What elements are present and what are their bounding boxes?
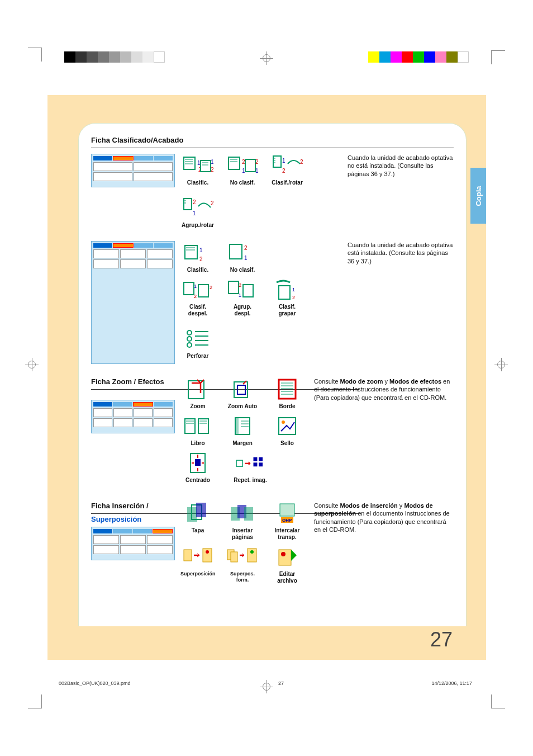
svg-text:2: 2 <box>282 168 285 174</box>
svg-rect-9 <box>245 159 255 172</box>
svg-rect-3 <box>201 160 211 172</box>
cover-icon <box>182 502 214 525</box>
option-label: No clasif. <box>225 179 260 186</box>
svg-point-73 <box>250 550 254 554</box>
section-zoom: Ficha Zoom / Efectos <box>79 370 466 494</box>
svg-text:2: 2 <box>239 282 241 288</box>
footer-date: 14/12/2006, 11:17 <box>431 681 472 686</box>
option-label: Borde <box>270 403 304 410</box>
svg-rect-16 <box>184 199 192 210</box>
option-label: Perforar <box>180 353 215 360</box>
sort-rotate-icon: 122 <box>271 154 303 177</box>
miniscreen-clasificado-a <box>91 154 175 187</box>
svg-rect-57 <box>259 462 263 466</box>
option-label: Centrado <box>180 477 215 484</box>
option-label: Superpos. form. <box>225 571 260 583</box>
svg-point-39 <box>187 337 192 341</box>
option-repeat-image: Repet. imag. <box>225 451 275 484</box>
option-label: Clasific. <box>180 267 215 273</box>
option-clasif-rotar: 122 Clasif./rotar <box>270 154 304 186</box>
option-noclasif2: 21 No clasif. <box>225 241 260 273</box>
option-insertar-paginas: Insertar páginas <box>225 502 260 541</box>
section-clasificado: Ficha Clasificado/Acabado <box>79 124 466 370</box>
option-clasific: 1212 Clasific. <box>180 154 215 186</box>
svg-text:1: 1 <box>282 158 285 164</box>
svg-rect-48 <box>235 418 239 434</box>
option-tapa: Tapa <box>180 502 215 541</box>
edit-file-icon <box>271 545 303 569</box>
section-tab: Copia <box>470 168 486 224</box>
svg-rect-53 <box>236 460 242 466</box>
svg-text:1: 1 <box>292 287 295 292</box>
miniscreen-clasificado-b <box>91 241 175 364</box>
option-sello: Sello <box>270 414 304 447</box>
margin-icon <box>226 414 259 438</box>
svg-text:2: 2 <box>211 167 214 173</box>
registration-top-icon <box>260 51 273 65</box>
sort-icon: 12 <box>182 241 214 264</box>
section-tab-label: Copia <box>474 186 483 206</box>
note-text: Consulte Modo de zoom y Modos de efectos… <box>314 377 454 401</box>
option-label: Tapa <box>180 527 215 534</box>
option-label: Margen <box>225 440 260 447</box>
svg-point-50 <box>282 420 285 424</box>
group-rotate-icon: 212 <box>182 196 214 220</box>
option-zoomauto: Zoom Auto <box>225 377 260 410</box>
overlay-icon <box>182 545 214 569</box>
option-superpos-form: Superpos. form. <box>225 545 260 584</box>
svg-rect-55 <box>259 457 263 461</box>
svg-text:1: 1 <box>193 210 196 216</box>
color-bar-grayscale <box>64 51 165 63</box>
option-label: Clasif. despel. <box>180 304 215 317</box>
crop-mark-tr <box>491 42 508 59</box>
svg-text:2: 2 <box>194 294 197 299</box>
svg-point-38 <box>187 330 192 335</box>
svg-rect-26 <box>184 282 194 295</box>
option-label: Libro <box>180 440 215 447</box>
book-icon <box>182 414 214 438</box>
crop-mark-tl <box>25 48 42 64</box>
punch-icon <box>182 327 214 351</box>
svg-rect-74 <box>279 550 291 565</box>
note-text: Cuando la unidad de acabado optativa no … <box>348 154 454 178</box>
option-label: Clasific. <box>180 179 215 186</box>
option-label: No clasif. <box>225 267 260 273</box>
insert-pages-icon <box>226 502 259 525</box>
option-agrup-rotar: 212 Agrup./rotar <box>180 196 215 229</box>
section-title-line2: Superposición <box>91 515 180 523</box>
option-clasif-grapar: 12 Clasif. grapar <box>270 278 304 317</box>
option-clasif-despel: 122 Clasif. despel. <box>180 278 215 317</box>
option-label: Zoom <box>180 403 215 410</box>
svg-rect-31 <box>229 281 239 294</box>
svg-rect-32 <box>243 285 253 297</box>
page-background: Copia Ficha Clasificado/Acabado <box>47 95 486 660</box>
footer-meta: 002Basic_OP(UK)020_039.pmd 27 14/12/2006… <box>59 681 472 686</box>
content-panel: Ficha Clasificado/Acabado <box>78 123 467 626</box>
option-label: Superposición <box>180 571 215 577</box>
no-sort-icon: 2121 <box>226 154 259 177</box>
svg-rect-56 <box>254 462 258 466</box>
section-title-line1: Ficha Inserción / <box>91 502 180 510</box>
staple-icon: 12 <box>271 278 303 301</box>
option-libro: Libro <box>180 414 215 447</box>
section-insercion: Ficha Inserción / Superposición <box>79 494 466 594</box>
section-title: Ficha Clasificado/Acabado <box>91 136 454 144</box>
ohp-interleave-icon: OHP <box>271 502 303 525</box>
crop-mark-br <box>491 692 508 708</box>
center-icon <box>182 451 214 475</box>
option-label: Insertar páginas <box>225 527 260 541</box>
zoom-auto-icon <box>226 377 259 401</box>
svg-point-40 <box>187 343 192 347</box>
option-label: Clasif./rotar <box>270 179 304 186</box>
svg-text:OHP: OHP <box>282 518 292 523</box>
page-number: 27 <box>430 628 453 651</box>
option-editar-archivo: Editar archivo <box>270 545 304 584</box>
svg-text:2: 2 <box>255 159 259 165</box>
footer-file: 002Basic_OP(UK)020_039.pmd <box>59 681 131 686</box>
option-intercalar-transp: OHP Intercalar transp. <box>270 502 304 541</box>
svg-text:2: 2 <box>193 199 196 205</box>
option-agrup-despl: 21 Agrup. despl. <box>225 278 260 317</box>
footer-page: 27 <box>278 681 284 686</box>
svg-text:1: 1 <box>255 168 259 174</box>
sort-icon: 1212 <box>182 154 214 177</box>
